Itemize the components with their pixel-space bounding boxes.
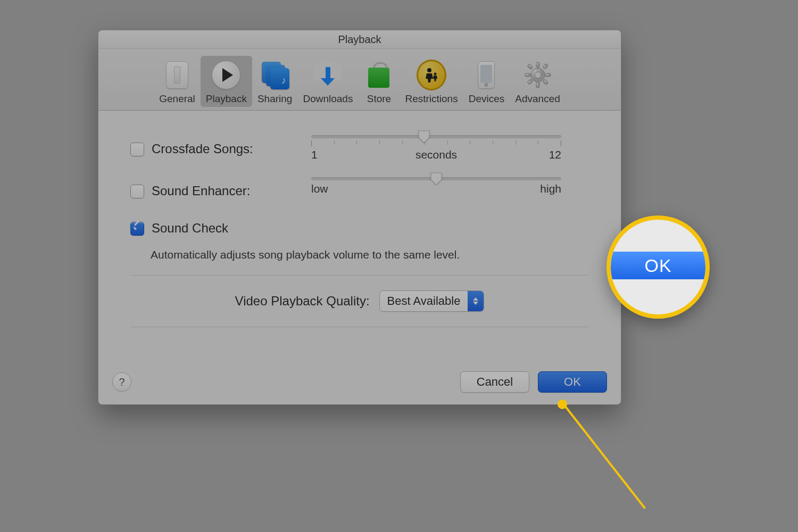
toolbar-item-store[interactable]: Store <box>358 56 400 107</box>
callout-ok-label: OK <box>606 252 710 279</box>
slider-mid-label: seconds <box>415 148 457 161</box>
preferences-toolbar: General Playback ♪ Sharing Downloads Sto… <box>98 49 621 111</box>
sound-check-description: Automatically adjusts song playback volu… <box>151 248 460 261</box>
music-sharing-icon: ♪ <box>260 60 290 90</box>
svg-point-1 <box>434 73 437 76</box>
sound-enhancer-row: Sound Enhancer: low high <box>130 184 589 198</box>
toolbar-label: Playback <box>206 93 247 105</box>
svg-point-0 <box>427 68 431 72</box>
video-quality-label: Video Playback Quality: <box>235 294 370 309</box>
svg-rect-3 <box>536 62 539 68</box>
slider-thumb[interactable] <box>430 172 443 186</box>
toolbar-item-general[interactable]: General <box>154 56 201 107</box>
svg-rect-9 <box>543 63 548 69</box>
video-quality-value: Best Available <box>387 294 461 308</box>
toolbar-label: Sharing <box>257 93 293 105</box>
switch-icon <box>162 60 192 90</box>
shopping-bag-icon <box>364 60 394 90</box>
sound-enhancer-slider[interactable]: low high <box>311 177 561 195</box>
toolbar-label: Advanced <box>515 93 560 105</box>
sound-enhancer-label: Sound Enhancer: <box>152 184 250 198</box>
svg-rect-6 <box>545 73 551 77</box>
crossfade-row: Crossfade Songs: 1 seconds 12 <box>130 142 589 161</box>
sound-check-row: Sound Check Automatically adjusts song p… <box>130 221 589 261</box>
svg-rect-10 <box>527 79 533 85</box>
crossfade-label: Crossfade Songs: <box>152 142 253 156</box>
slider-max-label: high <box>540 182 561 195</box>
slider-min-label: 1 <box>311 148 318 161</box>
toolbar-label: Devices <box>469 93 505 105</box>
help-icon: ? <box>119 376 124 388</box>
svg-rect-7 <box>527 64 533 70</box>
ok-button-label: OK <box>564 375 581 389</box>
parental-controls-icon <box>417 60 446 90</box>
toolbar-label: Downloads <box>303 93 353 105</box>
slider-thumb[interactable] <box>418 130 430 144</box>
toolbar-item-sharing[interactable]: ♪ Sharing <box>252 56 298 107</box>
toolbar-label: Restrictions <box>405 93 458 105</box>
gear-icon <box>523 60 553 90</box>
toolbar-label: Store <box>367 93 391 105</box>
slider-ticks <box>311 140 561 146</box>
toolbar-item-advanced[interactable]: Advanced <box>510 56 566 107</box>
sound-check-label: Sound Check <box>152 221 228 236</box>
video-quality-select[interactable]: Best Available <box>379 290 485 312</box>
video-quality-row: Video Playback Quality: Best Available <box>130 290 589 312</box>
svg-point-11 <box>535 72 541 78</box>
sound-enhancer-checkbox[interactable] <box>130 185 144 198</box>
dialog-button-bar: ? Cancel OK <box>98 361 621 404</box>
preferences-window: Playback General Playback ♪ Sharing Down… <box>98 30 621 405</box>
slider-max-label: 12 <box>549 148 561 161</box>
sound-check-checkbox[interactable] <box>130 222 144 236</box>
toolbar-label: General <box>159 93 195 105</box>
toolbar-item-playback[interactable]: Playback <box>201 56 252 107</box>
slider-track <box>311 135 561 138</box>
toolbar-item-devices[interactable]: Devices <box>463 56 510 107</box>
cloud-download-icon <box>313 60 343 90</box>
svg-rect-5 <box>525 73 530 77</box>
callout-magnifier: OK <box>606 215 710 319</box>
preferences-body: Crossfade Songs: 1 seconds 12 <box>98 111 621 327</box>
ok-button[interactable]: OK <box>538 371 607 393</box>
crossfade-checkbox[interactable] <box>130 143 144 156</box>
slider-min-label: low <box>311 182 328 195</box>
cancel-button-label: Cancel <box>477 375 513 389</box>
svg-rect-8 <box>543 79 548 85</box>
phone-icon <box>471 60 501 90</box>
svg-rect-4 <box>536 82 539 88</box>
divider <box>130 275 589 276</box>
window-title: Playback <box>98 30 621 49</box>
crossfade-slider[interactable]: 1 seconds 12 <box>311 135 561 161</box>
toolbar-item-downloads[interactable]: Downloads <box>297 56 358 107</box>
cancel-button[interactable]: Cancel <box>460 371 529 393</box>
select-stepper-icon <box>468 291 484 311</box>
callout-leader-line <box>562 403 646 509</box>
divider <box>130 327 589 327</box>
play-icon <box>211 60 241 90</box>
toolbar-item-restrictions[interactable]: Restrictions <box>400 56 463 107</box>
help-button[interactable]: ? <box>112 372 131 392</box>
